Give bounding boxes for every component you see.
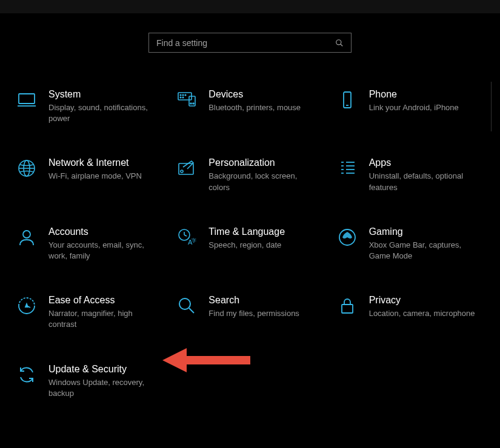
tile-text: Apps Uninstall, defaults, optional featu… bbox=[369, 157, 478, 193]
tile-desc: Background, lock screen, colors bbox=[208, 171, 318, 193]
tile-title: Apps bbox=[369, 157, 478, 168]
tile-network[interactable]: Network & Internet Wi-Fi, airplane mode,… bbox=[16, 157, 164, 193]
tile-desc: Link your Android, iPhone bbox=[369, 102, 478, 113]
tile-text: Ease of Access Narrator, magnifier, high… bbox=[48, 295, 158, 330]
tile-title: Gaming bbox=[369, 226, 478, 237]
accounts-icon bbox=[16, 228, 38, 249]
tile-desc: Narrator, magnifier, high contrast bbox=[48, 308, 158, 330]
tile-text: Devices Bluetooth, printers, mouse bbox=[208, 89, 318, 113]
tile-desc: Location, camera, microphone bbox=[369, 308, 478, 319]
tile-search[interactable]: Search Find my files, permissions bbox=[176, 295, 324, 330]
tile-personalization[interactable]: Personalization Background, lock screen,… bbox=[176, 157, 324, 193]
svg-line-31 bbox=[184, 235, 187, 236]
tile-text: Accounts Your accounts, email, sync, wor… bbox=[48, 226, 158, 262]
svg-line-38 bbox=[189, 308, 194, 313]
tile-title: System bbox=[48, 89, 158, 100]
tile-text: Privacy Location, camera, microphone bbox=[369, 295, 478, 319]
tile-title: Network & Internet bbox=[48, 157, 158, 168]
tile-title: Time & Language bbox=[208, 226, 318, 237]
tile-title: Search bbox=[208, 295, 318, 306]
tile-ease-of-access[interactable]: Ease of Access Narrator, magnifier, high… bbox=[16, 295, 164, 330]
tile-desc: Speech, region, date bbox=[208, 240, 318, 251]
tile-update-security[interactable]: Update & Security Windows Update, recove… bbox=[16, 364, 164, 399]
svg-point-37 bbox=[179, 298, 190, 309]
svg-point-12 bbox=[183, 97, 184, 98]
personalization-icon bbox=[176, 159, 198, 180]
tile-text: Personalization Background, lock screen,… bbox=[208, 157, 318, 193]
tile-phone[interactable]: Phone Link your Android, iPhone bbox=[336, 89, 484, 124]
tile-text: Time & Language Speech, region, date bbox=[208, 226, 318, 251]
svg-point-0 bbox=[336, 39, 341, 44]
tile-title: Accounts bbox=[48, 226, 158, 237]
gaming-icon bbox=[336, 228, 358, 249]
svg-rect-39 bbox=[342, 305, 353, 313]
tile-desc: Xbox Game Bar, captures, Game Mode bbox=[369, 240, 478, 262]
tile-text: Network & Internet Wi-Fi, airplane mode,… bbox=[48, 157, 158, 182]
search-category-icon bbox=[176, 296, 198, 318]
tile-title: Privacy bbox=[369, 295, 478, 306]
tile-text: Phone Link your Android, iPhone bbox=[369, 89, 478, 113]
search-box[interactable] bbox=[148, 33, 352, 53]
svg-point-28 bbox=[23, 231, 30, 238]
tile-desc: Wi-Fi, airplane mode, VPN bbox=[48, 171, 158, 182]
tile-time-language[interactable]: A 字 Time & Language Speech, region, date bbox=[176, 226, 324, 262]
ease-of-access-icon bbox=[16, 296, 38, 318]
settings-grid: System Display, sound, notifications, po… bbox=[0, 89, 500, 399]
tile-title: Ease of Access bbox=[48, 295, 158, 306]
search-input[interactable] bbox=[156, 38, 335, 48]
tile-devices[interactable]: Devices Bluetooth, printers, mouse bbox=[176, 89, 324, 124]
tile-desc: Uninstall, defaults, optional features bbox=[369, 171, 478, 193]
svg-point-11 bbox=[181, 97, 182, 98]
lock-icon bbox=[336, 296, 358, 318]
title-bar bbox=[0, 0, 500, 13]
tile-system[interactable]: System Display, sound, notifications, po… bbox=[16, 89, 164, 124]
search-container bbox=[0, 33, 500, 53]
tile-text: Update & Security Windows Update, recove… bbox=[48, 364, 158, 399]
tile-title: Phone bbox=[369, 89, 478, 100]
tile-text: Search Find my files, permissions bbox=[208, 295, 318, 319]
svg-rect-5 bbox=[189, 96, 195, 106]
tile-desc: Bluetooth, printers, mouse bbox=[208, 102, 318, 113]
svg-point-7 bbox=[193, 103, 194, 104]
tile-privacy[interactable]: Privacy Location, camera, microphone bbox=[336, 295, 484, 330]
tile-desc: Windows Update, recovery, backup bbox=[48, 377, 158, 399]
tile-gaming[interactable]: Gaming Xbox Game Bar, captures, Game Mod… bbox=[336, 226, 484, 262]
tile-desc: Find my files, permissions bbox=[208, 308, 318, 319]
svg-point-8 bbox=[181, 94, 182, 96]
tile-title: Devices bbox=[208, 89, 318, 100]
tile-apps[interactable]: Apps Uninstall, defaults, optional featu… bbox=[336, 157, 484, 193]
svg-point-19 bbox=[181, 170, 183, 173]
tile-text: Gaming Xbox Game Bar, captures, Game Mod… bbox=[369, 226, 478, 262]
svg-point-6 bbox=[190, 103, 192, 104]
search-icon bbox=[335, 39, 344, 47]
svg-point-9 bbox=[183, 94, 184, 96]
svg-rect-2 bbox=[19, 94, 35, 104]
tile-text: System Display, sound, notifications, po… bbox=[48, 89, 158, 124]
tile-accounts[interactable]: Accounts Your accounts, email, sync, wor… bbox=[16, 226, 164, 262]
tile-desc: Your accounts, email, sync, work, family bbox=[48, 240, 158, 262]
tile-title: Update & Security bbox=[48, 364, 158, 375]
system-icon bbox=[16, 90, 38, 112]
svg-text:字: 字 bbox=[192, 238, 196, 243]
tile-title: Personalization bbox=[208, 157, 318, 168]
svg-point-10 bbox=[185, 94, 187, 96]
svg-line-1 bbox=[341, 44, 343, 46]
time-language-icon: A 字 bbox=[176, 228, 198, 249]
phone-icon bbox=[336, 90, 358, 112]
update-icon bbox=[16, 365, 38, 387]
devices-icon bbox=[176, 90, 198, 112]
apps-icon bbox=[336, 159, 358, 180]
settings-content: System Display, sound, notifications, po… bbox=[0, 13, 500, 399]
globe-icon bbox=[16, 159, 38, 180]
tile-desc: Display, sound, notifications, power bbox=[48, 102, 158, 124]
